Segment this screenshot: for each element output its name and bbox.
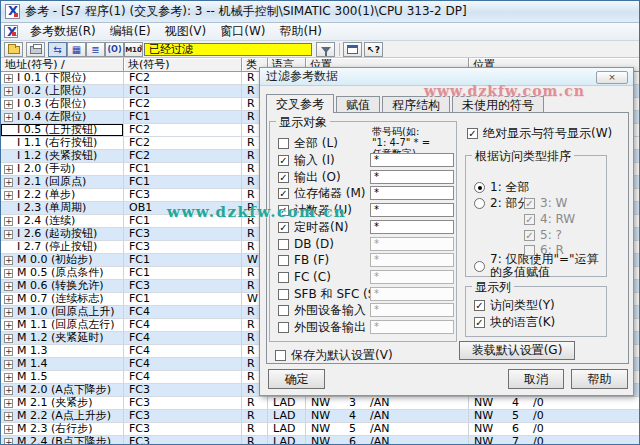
display-object-checkbox[interactable]: SFB 和 SFC (S) [278,287,380,301]
expand-icon[interactable]: + [4,334,13,343]
expand-icon[interactable]: + [4,425,13,434]
display-object-checkbox[interactable]: FC (C) [278,270,331,284]
menu-window[interactable]: 窗口(W) [213,23,272,39]
expand-icon[interactable]: + [4,230,13,239]
cancel-button[interactable]: 取消 [508,369,564,389]
display-object-checkbox-box[interactable] [278,322,289,333]
cross-reference-button[interactable]: ⇆ [48,42,67,57]
tab-unused-symbols[interactable]: 未使用的符号 [452,96,544,112]
expand-icon[interactable]: + [4,373,13,382]
number-filter-field[interactable]: * [370,287,454,301]
number-filter-field[interactable]: * [370,170,454,184]
menu-edit[interactable]: 编辑(E) [103,23,158,39]
number-filter-field[interactable]: * [370,237,454,251]
checkbox-save-default-box[interactable] [275,350,286,361]
sort-radio[interactable]: 2: 部分 [474,196,530,210]
expand-icon[interactable]: + [4,386,13,395]
assignment-table-button[interactable]: ▦ [67,42,86,57]
number-filter-field[interactable]: * [370,220,454,234]
expand-icon[interactable]: + [4,178,13,187]
filter-button[interactable] [316,42,335,57]
expand-icon[interactable]: + [4,87,13,96]
display-object-checkbox-box[interactable]: ✓ [278,155,289,166]
display-object-checkbox[interactable]: FB (F) [278,253,329,267]
table-row[interactable]: +M 2.1 (夹紧步)FC3RLADNW3/ANNW4/0 [1,397,640,410]
display-object-checkbox[interactable]: ✓位存储器 (M) [278,186,366,200]
expand-icon[interactable]: + [4,100,13,109]
number-filter-field[interactable]: * [370,253,454,267]
display-object-checkbox[interactable]: DB (D) [278,237,334,251]
number-filter-field[interactable]: * [370,153,454,167]
menu-help[interactable]: 帮助(H) [272,23,328,39]
checkbox-absolute-symbol-box[interactable]: ✓ [467,128,478,139]
help-button[interactable]: ↖? [364,42,383,57]
number-filter-field[interactable]: * [370,186,454,200]
filter-combobox[interactable]: 已经过滤 [144,43,312,56]
display-object-checkbox[interactable]: ✓输入 (I) [278,153,335,167]
display-object-checkbox-box[interactable] [278,239,289,250]
tab-cross-reference[interactable]: 交叉参考 [266,94,334,113]
column-checkbox-box[interactable]: ✓ [474,300,485,311]
table-row[interactable]: +M 2.3 (右行步)FC3RLADNW5/ANNW6/0 [1,423,640,436]
expand-icon[interactable]: + [4,321,13,330]
expand-icon[interactable]: + [4,438,13,445]
expand-icon[interactable]: + [4,113,13,122]
expand-icon[interactable]: + [4,74,13,83]
column-checkbox[interactable]: ✓访问类型(Y) [474,298,555,312]
sort-radio-button[interactable] [474,261,485,272]
col-header-block[interactable]: 块(符号) [124,58,242,72]
print-button[interactable] [26,42,45,57]
sort-radio[interactable]: 1: 全部 [474,180,530,194]
col-header-address[interactable]: 地址(符号) / [1,58,124,72]
assignment-button[interactable]: (O) [105,42,124,57]
display-object-checkbox-box[interactable]: ✓ [278,172,289,183]
expand-icon[interactable]: + [4,347,13,356]
dialog-close-button[interactable]: × [596,71,628,84]
number-filter-field[interactable]: * [370,320,454,334]
expand-icon[interactable]: + [4,269,13,278]
sort-radio-button[interactable] [474,182,485,193]
checkbox-absolute-symbol[interactable]: ✓ 绝对显示与符号显示(W) [467,126,612,140]
expand-icon[interactable]: + [4,360,13,369]
display-object-checkbox-box[interactable] [278,255,289,266]
child-window-icon[interactable] [4,25,18,38]
expand-icon[interactable]: + [4,256,13,265]
expand-icon[interactable]: + [4,282,13,291]
expand-icon[interactable]: + [4,191,13,200]
menu-reference-data[interactable]: 参考数据(R) [23,23,103,39]
number-filter-field[interactable]: * [370,203,454,217]
expand-icon[interactable]: + [4,308,13,317]
checkbox-save-default[interactable]: 保存为默认设置(V) [275,348,393,362]
load-defaults-button[interactable]: 装载默认设置(G) [459,341,575,360]
display-object-checkbox-box[interactable]: ✓ [278,188,289,199]
program-structure-button[interactable]: ≣ [86,42,105,57]
expand-icon[interactable]: + [4,165,13,174]
display-object-checkbox-box[interactable]: ✓ [278,205,289,216]
table-row[interactable]: +M 2.4 (B点下降步)FC3RLADNW6/ANNW7/0 [1,436,640,444]
display-object-checkbox[interactable]: ✓定时器(N) [278,220,348,234]
expand-icon[interactable]: + [4,217,13,226]
checkbox-all-box[interactable] [278,138,289,149]
number-filter-field[interactable]: * [370,270,454,284]
sort-radio-button[interactable] [474,198,485,209]
display-object-checkbox-box[interactable] [278,272,289,283]
display-object-checkbox-box[interactable]: ✓ [278,222,289,233]
display-object-checkbox-box[interactable] [278,289,289,300]
checkbox-all[interactable]: 全部 (L) [278,136,338,150]
expand-icon[interactable]: + [4,399,13,408]
display-object-checkbox-box[interactable] [278,305,289,316]
column-checkbox-box[interactable]: ✓ [474,317,485,328]
expand-icon[interactable]: + [4,412,13,421]
number-filter-field[interactable]: * [370,303,454,317]
tab-program-structure[interactable]: 程序结构 [382,96,450,112]
menu-view[interactable]: 视图(V) [158,23,214,39]
expand-icon[interactable]: + [4,295,13,304]
open-button[interactable] [4,42,23,57]
dialog-title-bar[interactable]: 过滤参考数据 [260,68,633,86]
display-object-checkbox[interactable]: ✓计数器 (U) [278,203,352,217]
column-checkbox[interactable]: ✓块的语言(K) [474,315,555,329]
tab-assignment[interactable]: 赋值 [336,96,380,112]
unused-symbols-button[interactable]: M10× [124,42,143,57]
help-button-dialog[interactable]: 帮助 [571,369,628,389]
ok-button[interactable]: 确定 [268,369,325,389]
